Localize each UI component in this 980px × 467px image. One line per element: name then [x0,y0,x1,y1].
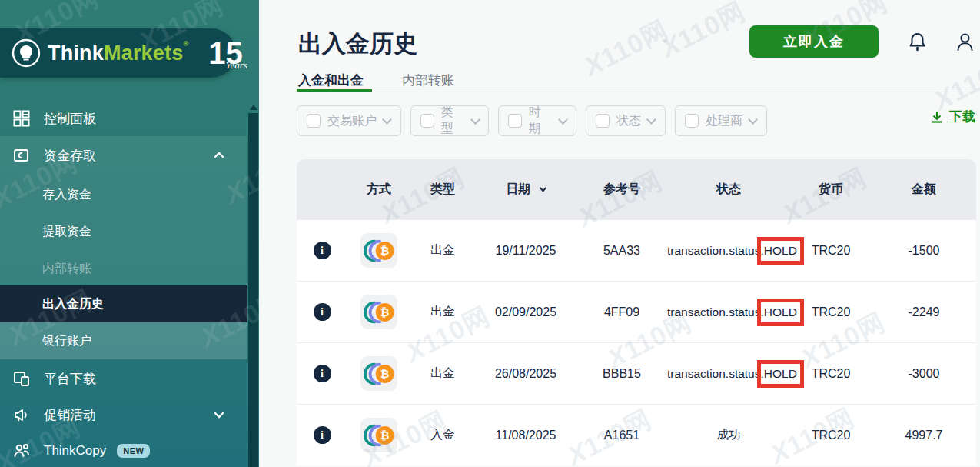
sidebar-item-label: 银行账户 [42,333,91,349]
filter-processor[interactable]: 处理商 [675,105,767,136]
checkbox[interactable] [596,114,610,128]
checkbox[interactable] [307,114,321,128]
header-date-sort[interactable]: 日期 [475,182,576,198]
cell-currency: TRC20 [790,305,872,319]
sidebar-item-transaction-history[interactable]: 出入金历史 [0,285,247,322]
sidebar-item-promotions[interactable]: 促销活动 [0,396,247,433]
cell-date: 11/08/2025 [475,429,576,442]
header-reference: 参考号 [576,182,667,198]
sidebar-item-label: 平台下载 [44,370,96,388]
sidebar-item-internal-transfer[interactable]: 内部转账 [0,250,247,287]
fx110-watermark: X110网 [656,0,752,66]
tab-internal-transfer[interactable]: 内部转账 [402,72,454,89]
sidebar-item-label: 资金存取 [44,147,96,165]
cell-currency: TRC20 [790,244,872,258]
chevron-down-icon [470,115,480,125]
cell-date: 02/09/2025 [475,305,576,319]
sidebar-item-withdraw-funds[interactable]: 提取资金 [0,213,247,250]
checkbox[interactable] [420,114,434,128]
download-link[interactable]: 下载 [930,108,975,125]
cell-date: 19/11/2025 [475,244,576,258]
sidebar-item-funds[interactable]: 资金存取 [0,137,247,174]
sidebar: X110网 X110网 X110网 X110网 X110网 X110网 X110… [0,0,259,467]
cell-type: 出金 [410,365,475,382]
filter-label: 处理商 [706,113,742,129]
scrollbar-thumb[interactable] [248,113,258,467]
crypto-method-icon: ₿ [360,356,397,391]
cell-type: 出金 [410,304,475,320]
crypto-method-icon: ₿ [360,295,397,329]
sidebar-item-label: 出入金历史 [42,296,104,312]
table-row: i ₿ 出金 26/08/2025 BBB15 transaction.stat… [297,342,976,404]
scrollbar-up-arrow[interactable] [250,105,257,110]
info-icon[interactable]: i [314,426,331,444]
lightbulb-icon [11,38,42,68]
chevron-down-icon [748,115,758,125]
chevron-up-icon [214,150,224,161]
account-profile-icon[interactable] [955,32,975,52]
table-row: i ₿ 入金 11/08/2025 A1651 成功 TRC20 4997.7 [297,404,976,465]
checkbox[interactable] [685,114,699,128]
info-icon[interactable]: i [314,365,331,382]
sidebar-scrollbar[interactable] [247,0,259,467]
filter-label: 类型 [441,105,465,137]
sidebar-item-platform-download[interactable]: 平台下载 [0,360,247,397]
sidebar-item-thinkcopy[interactable]: ThinkCopy NEW [0,432,247,467]
dashboard-grid-icon [13,110,30,127]
app-window: X110网 X110网 X110网 X110网 X110网 X110网 X110… [0,0,980,467]
sidebar-item-label: 存入资金 [42,187,91,203]
fx110-watermark: X110网 [579,12,675,85]
svg-text:₿: ₿ [380,306,390,319]
table-row: i ₿ 出金 02/09/2025 4FF09 transaction.stat… [297,281,976,342]
filter-trading-account[interactable]: 交易账户 [297,105,401,136]
cell-status: transaction.status.HOLD [667,305,790,319]
sidebar-item-bank-accounts[interactable]: 银行账户 [0,322,247,359]
sidebar-item-label: 内部转账 [42,261,91,277]
filter-status[interactable]: 状态 [586,105,666,136]
thinkmarkets-logo[interactable]: ThinkMarkets® 15 Years [0,28,236,78]
sidebar-item-dashboard[interactable]: 控制面板 [0,100,247,137]
tab-deposits-withdrawals[interactable]: 入金和出金 [298,72,364,89]
chevron-down-icon [646,115,656,125]
download-icon [930,110,944,124]
header-method: 方式 [347,182,410,198]
download-label: 下载 [949,108,975,125]
cell-amount: -3000 [872,367,976,381]
cell-reference: BBB15 [576,367,667,381]
cell-amount: -2249 [872,305,976,319]
brand-wordmark: ThinkMarkets® [48,42,188,65]
cell-date: 26/08/2025 [475,367,576,381]
filter-type[interactable]: 类型 [410,105,489,136]
main-content: X110网 X110网 X110网 X110网 X110网 X110网 X110… [259,0,980,467]
cell-reference: A1651 [576,429,667,442]
tabs-divider [297,92,976,92]
page-title: 出入金历史 [298,28,417,60]
status-success: 成功 [717,428,741,441]
cell-status: 成功 [667,427,790,443]
sidebar-item-label: 促销活动 [44,406,96,424]
info-icon[interactable]: i [314,303,331,321]
info-icon[interactable]: i [314,242,331,259]
chevron-down-icon [214,409,224,420]
cell-currency: TRC20 [790,429,872,442]
funds-wallet-icon [13,147,30,164]
anniversary-badge: 15 Years [208,38,243,68]
chevron-down-icon [382,115,392,125]
sidebar-item-deposit-funds[interactable]: 存入资金 [0,176,247,213]
cell-type: 入金 [410,427,475,443]
people-icon [13,442,30,459]
svg-text:₿: ₿ [380,368,390,380]
transactions-table: 方式 类型 日期 参考号 状态 货币 金额 i ₿ 出金 [297,159,976,465]
filter-label: 状态 [616,113,641,129]
checkbox[interactable] [508,114,522,128]
notifications-bell-icon[interactable] [907,32,928,52]
header-status: 状态 [667,182,790,198]
svg-text:₿: ₿ [380,429,390,442]
deposit-now-button[interactable]: 立即入金 [749,25,879,58]
devices-icon [13,370,30,387]
cell-status: transaction.status.HOLD [667,244,790,258]
cell-currency: TRC20 [790,367,872,381]
filter-period[interactable]: 时期 [498,105,576,136]
table-row: i ₿ 出金 19/11/2025 5AA33 transaction.stat… [297,219,976,281]
cell-amount: -1500 [872,244,976,258]
